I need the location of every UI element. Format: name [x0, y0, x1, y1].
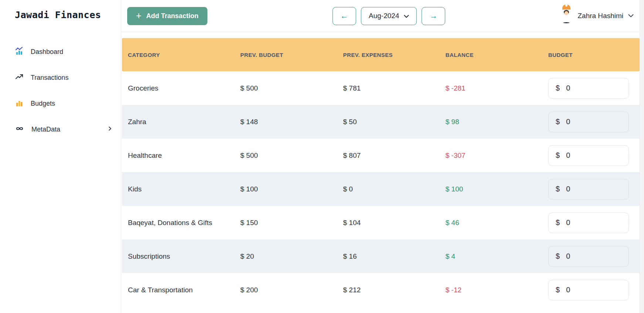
budget-input-box: $	[548, 280, 629, 300]
avatar	[560, 8, 573, 23]
column-header-prev-expenses: PREV. EXPENSES	[343, 52, 445, 58]
category-cell: Car & Transportation	[128, 286, 193, 294]
budget-input-box: $	[548, 212, 629, 233]
prev-budget-cell: $ 100	[240, 185, 343, 193]
prev-expenses-cell: $ 16	[343, 252, 445, 261]
table-row: Zahra $ 148 $ 50 $ 98 $	[122, 105, 640, 139]
user-name: Zahra Hashimi	[577, 12, 623, 20]
balance-cell: $ 46	[445, 219, 548, 227]
vertical-scrollbar[interactable]	[640, 0, 644, 313]
add-transaction-button[interactable]: + Add Transaction	[127, 7, 207, 25]
balance-cell: $ -12	[445, 286, 548, 294]
budget-input[interactable]	[566, 151, 621, 160]
dashboard-chart-icon	[15, 47, 24, 57]
balance-cell: $ 98	[445, 118, 548, 126]
main-area: + Add Transaction ← Aug-2024 →	[121, 0, 644, 313]
user-menu[interactable]: Zahra Hashimi	[560, 8, 634, 23]
prev-expenses-cell: $ 50	[343, 118, 445, 126]
balance-cell: $ 4	[445, 252, 548, 261]
prev-budget-cell: $ 500	[240, 84, 343, 92]
budget-input-box: $	[548, 179, 629, 200]
prev-expenses-cell: $ 807	[343, 152, 445, 160]
budget-input[interactable]	[566, 84, 621, 92]
prev-budget-cell: $ 20	[240, 252, 343, 261]
currency-prefix: $	[556, 218, 560, 227]
bar-chart-icon	[15, 98, 24, 109]
sidebar-item-transactions[interactable]: Transactions	[15, 65, 121, 91]
prev-expenses-cell: $ 781	[343, 84, 445, 92]
sidebar-item-label: MetaData	[31, 126, 60, 133]
balance-cell: $ 100	[445, 185, 548, 193]
sidebar-nav: Dashboard Transactions Budgets	[15, 39, 121, 142]
plus-icon: +	[136, 11, 142, 20]
sidebar: Jawadi Finances Dashboard T	[0, 0, 121, 313]
topbar: + Add Transaction ← Aug-2024 →	[121, 0, 644, 32]
column-header-budget: BUDGET	[548, 52, 640, 58]
prev-budget-cell: $ 200	[240, 286, 343, 294]
budget-input-box: $	[548, 78, 629, 99]
category-cell: Subscriptions	[128, 252, 170, 260]
budgets-table: CATEGORY PREV. BUDGET PREV. EXPENSES BAL…	[122, 38, 640, 307]
table-row: Healthcare $ 500 $ 807 $ -307 $	[122, 139, 640, 172]
budget-input-box: $	[548, 246, 629, 267]
sidebar-item-label: Budgets	[31, 100, 55, 108]
prev-expenses-cell: $ 0	[343, 185, 445, 193]
month-navigation: ← Aug-2024 →	[332, 7, 445, 25]
table-row: Car & Transportation $ 200 $ 212 $ -12 $	[122, 273, 640, 307]
column-header-balance: BALANCE	[445, 52, 548, 58]
chevron-right-icon	[107, 126, 113, 133]
column-header-category: CATEGORY	[128, 52, 240, 58]
prev-expenses-cell: $ 212	[343, 286, 445, 294]
budget-input-box: $	[548, 112, 629, 132]
budget-input[interactable]	[566, 286, 621, 294]
infinity-icon	[15, 124, 24, 135]
table-row: Subscriptions $ 20 $ 16 $ 4 $	[122, 239, 640, 273]
currency-prefix: $	[556, 185, 560, 193]
table-row: Kids $ 100 $ 0 $ 100 $	[122, 172, 640, 206]
chevron-down-icon	[404, 12, 409, 20]
budget-input[interactable]	[566, 252, 621, 261]
category-cell: Kids	[128, 185, 142, 193]
prev-expenses-cell: $ 104	[343, 219, 445, 227]
budgets-content: CATEGORY PREV. BUDGET PREV. EXPENSES BAL…	[121, 32, 644, 307]
prev-budget-cell: $ 500	[240, 152, 343, 160]
balance-cell: $ -307	[445, 152, 548, 160]
arrow-right-icon: →	[430, 11, 437, 20]
sidebar-item-dashboard[interactable]: Dashboard	[15, 39, 121, 65]
app-title: Jawadi Finances	[15, 10, 121, 20]
currency-prefix: $	[556, 118, 560, 126]
chevron-down-icon	[628, 13, 634, 19]
sidebar-item-metadata[interactable]: MetaData	[15, 116, 121, 142]
budget-input[interactable]	[566, 118, 621, 126]
month-dropdown-value: Aug-2024	[369, 12, 399, 20]
previous-month-button[interactable]: ←	[332, 7, 356, 25]
prev-budget-cell: $ 150	[240, 219, 343, 227]
arrow-left-icon: ←	[340, 11, 348, 20]
category-cell: Groceries	[128, 84, 158, 92]
month-dropdown[interactable]: Aug-2024	[361, 7, 417, 25]
prev-budget-cell: $ 148	[240, 118, 343, 126]
category-cell: Healthcare	[128, 152, 162, 159]
table-header-row: CATEGORY PREV. BUDGET PREV. EXPENSES BAL…	[122, 38, 640, 71]
balance-cell: $ -281	[445, 84, 548, 92]
sidebar-item-label: Transactions	[31, 74, 68, 82]
add-transaction-label: Add Transaction	[146, 12, 199, 20]
currency-prefix: $	[556, 84, 560, 92]
budget-input[interactable]	[566, 185, 621, 193]
table-row: Groceries $ 500 $ 781 $ -281 $	[122, 71, 640, 105]
sidebar-item-label: Dashboard	[31, 48, 63, 56]
category-cell: Baqeyat, Donations & Gifts	[128, 219, 212, 227]
budget-input-box: $	[548, 145, 629, 166]
table-row: Baqeyat, Donations & Gifts $ 150 $ 104 $…	[122, 206, 640, 239]
next-month-button[interactable]: →	[422, 7, 445, 25]
category-cell: Zahra	[128, 118, 146, 126]
currency-prefix: $	[556, 252, 560, 261]
currency-prefix: $	[556, 151, 560, 160]
sidebar-item-budgets[interactable]: Budgets	[15, 91, 121, 116]
budget-input[interactable]	[566, 218, 621, 227]
currency-prefix: $	[556, 286, 560, 294]
column-header-prev-budget: PREV. BUDGET	[240, 52, 343, 58]
trending-up-icon	[15, 72, 24, 83]
